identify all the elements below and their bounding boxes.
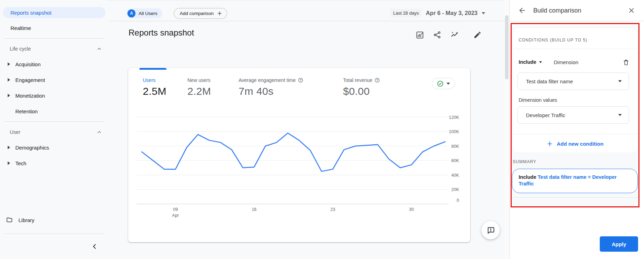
section-header-label: Life cycle: [0, 46, 31, 52]
svg-text:20K: 20K: [451, 187, 459, 192]
sidebar-item-label: Tech: [10, 160, 26, 166]
sidebar-item-acquisition[interactable]: Acquisition: [0, 59, 106, 70]
expand-triangle-icon: [7, 93, 10, 98]
svg-text:40K: 40K: [451, 173, 459, 178]
edit-chart-icon: [416, 31, 424, 39]
sidebar-item-label: Demographics: [10, 145, 49, 151]
sidebar-item-label: Acquisition: [10, 61, 41, 67]
dimension-values-select[interactable]: Developer Traffic: [518, 106, 629, 124]
add-new-condition-label: Add new condition: [557, 141, 603, 147]
main-content: A All Users Add comparison Last 28 days …: [107, 0, 505, 259]
sidebar-divider: [5, 38, 105, 39]
page-title: Reports snapshot: [129, 28, 194, 38]
add-new-condition-button[interactable]: Add new condition: [513, 137, 637, 150]
conditions-card: CONDITIONS (BUILD UP TO 5) Include Dimen…: [513, 29, 637, 152]
chevron-down-icon: [618, 114, 622, 116]
sidebar: Reports snapshot Realtime Life cycle Acq…: [0, 0, 107, 259]
audience-label: All Users: [139, 11, 157, 16]
svg-text:Apr: Apr: [172, 213, 179, 218]
date-range-badge: Last 28 days: [390, 9, 422, 17]
plus-icon: [217, 10, 223, 16]
insights-button[interactable]: [450, 30, 459, 40]
pencil-icon: [473, 31, 482, 39]
sidebar-divider: [5, 234, 105, 234]
sidebar-item-label: Reports snapshot: [3, 10, 52, 16]
chevron-up-icon: [96, 46, 102, 52]
scrollbar-thumb[interactable]: [505, 15, 509, 79]
svg-text:0: 0: [457, 198, 459, 203]
summary-condition-chip[interactable]: Include Test data filter name = Develope…: [512, 169, 638, 193]
dimension-values-label: Dimension values: [519, 97, 557, 103]
spacer: [7, 109, 10, 113]
dimension-select-value: Test data filter name: [526, 78, 573, 84]
sidebar-item-library[interactable]: Library: [0, 214, 106, 226]
sidebar-item-tech[interactable]: Tech: [0, 158, 106, 169]
apply-button[interactable]: Apply: [600, 236, 638, 252]
arrow-back-icon: [518, 6, 526, 15]
divider: [512, 197, 638, 198]
trash-icon: [622, 59, 630, 66]
back-button[interactable]: [517, 6, 527, 15]
edit-report-button[interactable]: [473, 30, 482, 40]
annotation-highlight: CONDITIONS (BUILD UP TO 5) Include Dimen…: [511, 23, 639, 207]
sidebar-item-demographics[interactable]: Demographics: [0, 142, 106, 153]
panel-title: Build comparison: [533, 7, 581, 14]
divider: [513, 134, 637, 134]
chevron-down-icon: [618, 80, 622, 82]
summary-include: Include: [519, 174, 536, 180]
plus-icon: [546, 140, 553, 147]
date-range-selector[interactable]: Last 28 days Apr 6 - May 3, 2023: [390, 9, 485, 17]
dimension-values-select-value: Developer Traffic: [526, 112, 565, 118]
report-toolbar: [415, 30, 482, 40]
sidebar-item-realtime[interactable]: Realtime: [0, 22, 106, 33]
svg-text:120K: 120K: [449, 115, 459, 120]
section-header-label: User: [0, 129, 21, 135]
panel-header: Build comparison: [510, 0, 644, 21]
sidebar-item-label: Monetization: [10, 93, 45, 99]
chevron-left-icon: [91, 243, 98, 250]
audience-avatar: A: [127, 9, 135, 17]
date-range-text: Apr 6 - May 3, 2023: [426, 10, 478, 16]
svg-text:60K: 60K: [451, 158, 459, 163]
chevron-up-icon: [96, 129, 102, 135]
add-comparison-button[interactable]: Add comparison: [174, 8, 227, 19]
include-label: Include: [519, 59, 536, 65]
folder-icon: [6, 216, 13, 223]
svg-text:23: 23: [330, 207, 335, 212]
sidebar-item-label: Library: [18, 217, 34, 223]
svg-text:09: 09: [173, 207, 178, 212]
users-line-chart: 120K100K80K60K40K20K009Apr162330: [128, 68, 470, 242]
sidebar-item-label: Realtime: [0, 25, 31, 31]
sidebar-item-engagement[interactable]: Engagement: [0, 74, 106, 85]
delete-condition-button[interactable]: [621, 58, 630, 67]
sidebar-section-life-cycle[interactable]: Life cycle: [0, 44, 102, 54]
chevron-down-icon: [482, 12, 485, 14]
include-dropdown[interactable]: Include: [519, 59, 542, 65]
collapse-sidebar-button[interactable]: [90, 242, 99, 251]
svg-text:30: 30: [409, 207, 414, 212]
conditions-header: CONDITIONS (BUILD UP TO 5): [519, 38, 587, 43]
customize-report-button[interactable]: [415, 30, 425, 40]
build-comparison-panel: Build comparison CONDITIONS (BUILD UP TO…: [510, 0, 644, 259]
close-icon: [628, 7, 635, 14]
expand-triangle-icon: [7, 62, 10, 66]
svg-text:16: 16: [252, 207, 257, 212]
sidebar-item-retention[interactable]: Retention: [0, 106, 106, 117]
insights-icon: [450, 31, 459, 39]
expand-triangle-icon: [7, 161, 10, 165]
share-icon: [433, 31, 441, 39]
sidebar-section-user[interactable]: User: [0, 127, 102, 137]
expand-triangle-icon: [7, 78, 10, 82]
close-panel-button[interactable]: [627, 6, 636, 15]
dimension-word: Dimension: [554, 59, 579, 65]
reports-snapshot-card: Users 2.5M New users 2.2M Average engage…: [128, 68, 470, 242]
condition-row: Include Dimension: [519, 56, 630, 68]
dimension-select[interactable]: Test data filter name: [518, 73, 629, 90]
all-users-chip[interactable]: A All Users: [126, 8, 162, 18]
feedback-icon: [486, 226, 495, 235]
feedback-button[interactable]: [481, 221, 500, 239]
share-report-button[interactable]: [432, 30, 442, 40]
expand-triangle-icon: [7, 145, 10, 150]
sidebar-item-monetization[interactable]: Monetization: [0, 90, 106, 101]
sidebar-item-reports-snapshot[interactable]: Reports snapshot: [3, 7, 106, 18]
